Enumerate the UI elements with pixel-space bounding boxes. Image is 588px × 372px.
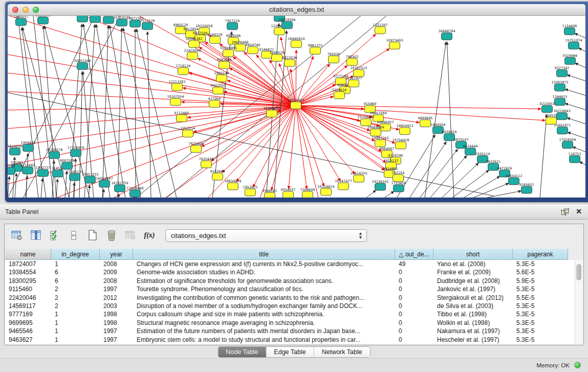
network-canvas[interactable]: 1872400788601288912954282260589827509818… [8, 16, 585, 198]
column-header[interactable]: name [5, 249, 51, 260]
network-node[interactable]: 1853022 [243, 185, 258, 196]
network-node[interactable]: 2803144 [214, 71, 229, 82]
table-cell[interactable]: 2 [51, 294, 100, 302]
network-node[interactable]: 14136141 [372, 180, 388, 191]
table-cell[interactable]: 14569117 [5, 302, 51, 310]
table-cell[interactable]: 9777169 [5, 310, 51, 318]
network-node[interactable]: 252254 [392, 171, 405, 182]
network-node[interactable]: 9861372 [308, 43, 323, 55]
network-node[interactable]: 748503 [346, 55, 359, 66]
table-cell[interactable]: 49 [395, 260, 433, 268]
memory-status-indicator[interactable] [574, 362, 581, 368]
table-cell[interactable]: 5.3E-5 [513, 260, 568, 268]
column-header[interactable]: in_degree [51, 249, 100, 260]
network-node[interactable]: 1215682 [20, 163, 35, 174]
network-node[interactable]: 9227342 [555, 66, 570, 77]
network-node[interactable]: 7635446 [199, 157, 214, 168]
network-node[interactable]: 12923468 [126, 186, 143, 198]
network-node[interactable]: 17016504 [559, 138, 576, 149]
network-node[interactable]: 1244415 [553, 95, 568, 106]
network-node[interactable]: 20053346 [74, 59, 91, 70]
table-cell[interactable]: 19384554 [5, 268, 51, 276]
network-node[interactable]: 16648784 [438, 29, 455, 40]
table-cell[interactable]: 0 [395, 336, 433, 344]
table-cell[interactable]: 5.3E-5 [513, 327, 568, 335]
column-chooser-icon[interactable] [30, 230, 42, 241]
table-row[interactable]: 977716911998Corpus callosum shape and si… [5, 310, 582, 318]
table-cell[interactable]: Franke et al. (2009) [433, 268, 513, 276]
column-header[interactable]: △ out_de... [395, 249, 433, 260]
column-header[interactable]: title [133, 249, 395, 260]
table-cell[interactable]: 0 [395, 268, 433, 276]
network-node[interactable]: 2718126 [176, 64, 191, 75]
table-mode-icon[interactable] [11, 230, 23, 241]
table-cell[interactable]: 1997 [100, 327, 133, 335]
table-row[interactable]: 969969511998Structural magnetic resonanc… [5, 319, 582, 327]
table-cell[interactable]: de Silva et al. (2003) [433, 302, 513, 310]
table-cell[interactable]: Jankovic et al. (1997) [433, 285, 513, 293]
network-node[interactable]: 8454749 [246, 43, 260, 54]
table-cell[interactable]: Hescheler et al. (1997) [433, 336, 513, 344]
network-node[interactable]: 10747477 [335, 179, 352, 190]
table-cell[interactable]: 5.9E-5 [513, 277, 568, 285]
network-node[interactable]: 16640910 [288, 37, 304, 48]
network-node[interactable]: 9152448 [210, 169, 225, 181]
table-vertical-scrollbar[interactable] [575, 260, 583, 344]
table-cell[interactable]: 0 [395, 277, 433, 285]
network-node[interactable]: 9329966 [563, 54, 578, 65]
delete-rows-icon[interactable] [105, 230, 118, 241]
table-cell[interactable]: Wolkin et al. (1998) [433, 319, 513, 327]
table-cell[interactable]: 9115460 [5, 285, 51, 293]
network-node[interactable]: 8186328 [208, 33, 223, 44]
network-node[interactable]: 22420046 [184, 49, 201, 60]
network-node[interactable]: 9097588 [60, 159, 75, 170]
network-node[interactable]: 8427552 [211, 83, 226, 95]
table-cell[interactable]: 1 [51, 336, 100, 344]
table-cell[interactable]: Tourette syndrome. Phenomenology and cla… [133, 285, 395, 293]
network-node[interactable]: 1733426 [391, 181, 406, 192]
network-node[interactable]: 18634816 [224, 179, 241, 190]
table-cell[interactable]: 9699695 [5, 319, 51, 327]
network-node[interactable]: 9115460 [175, 111, 189, 122]
table-row[interactable]: 946554611997Estimation of the future num… [5, 327, 582, 335]
table-cell[interactable]: Genome-wide association studies in ADHD. [133, 268, 395, 276]
table-row[interactable]: 946362711997Embryonic stem cells: a mode… [5, 336, 582, 344]
tab-node-table[interactable]: Node Table [218, 347, 266, 357]
table-cell[interactable]: 5.3E-5 [513, 319, 568, 327]
select-all-icon[interactable] [49, 230, 61, 241]
network-node[interactable]: 118753 [569, 152, 581, 163]
table-cell[interactable]: Nakamura et al. (1997) [433, 327, 513, 335]
table-row[interactable]: 1872400712008Changes of HCN gene express… [5, 260, 582, 268]
table-row[interactable]: 2242004622012Investigating the contribut… [5, 294, 582, 302]
table-cell[interactable]: Estimation of significance thresholds fo… [133, 277, 395, 285]
table-cell[interactable]: 18300295 [5, 277, 51, 285]
table-cell[interactable]: 2003 [100, 302, 133, 310]
network-node[interactable]: 2752254 [181, 126, 195, 138]
table-cell[interactable]: 1998 [100, 310, 133, 318]
table-cell[interactable]: 1 [51, 260, 100, 268]
table-cell[interactable]: Yano et al. (2008) [433, 260, 513, 268]
network-node[interactable]: 13814255 [350, 171, 367, 183]
tab-network-table[interactable]: Network Table [314, 347, 370, 357]
network-node[interactable]: 8215953 [540, 102, 555, 113]
network-node[interactable]: 1640557 [14, 16, 29, 26]
table-cell[interactable]: 5.5E-5 [513, 294, 568, 302]
table-cell[interactable]: 0 [395, 302, 433, 310]
table-cell[interactable]: 5.3E-5 [513, 285, 568, 293]
table-selector-dropdown[interactable]: citations_edges.txt ▲▼ [165, 229, 367, 242]
table-cell[interactable]: 1997 [100, 285, 133, 293]
table-cell[interactable]: Stergiakouli et al. (2012) [433, 294, 513, 302]
table-cell[interactable]: 22420046 [5, 294, 51, 302]
table-cell[interactable]: 1 [51, 310, 100, 318]
network-node[interactable]: 12213383 [168, 80, 185, 91]
table-cell[interactable]: 6 [51, 268, 100, 276]
network-node[interactable]: 31756085 [220, 46, 236, 57]
network-node[interactable]: 17359928 [67, 146, 84, 157]
table-cell[interactable]: 0 [395, 294, 433, 302]
table-cell[interactable]: 5.3E-5 [513, 336, 568, 344]
network-node[interactable]: 19756928 [392, 138, 409, 149]
table-cell[interactable]: Estimation of the future numbers of pati… [133, 327, 395, 335]
network-node[interactable]: 785036 [328, 52, 340, 63]
network-node[interactable]: 16116614 [317, 185, 334, 196]
network-node[interactable]: 33199 [8, 164, 15, 175]
